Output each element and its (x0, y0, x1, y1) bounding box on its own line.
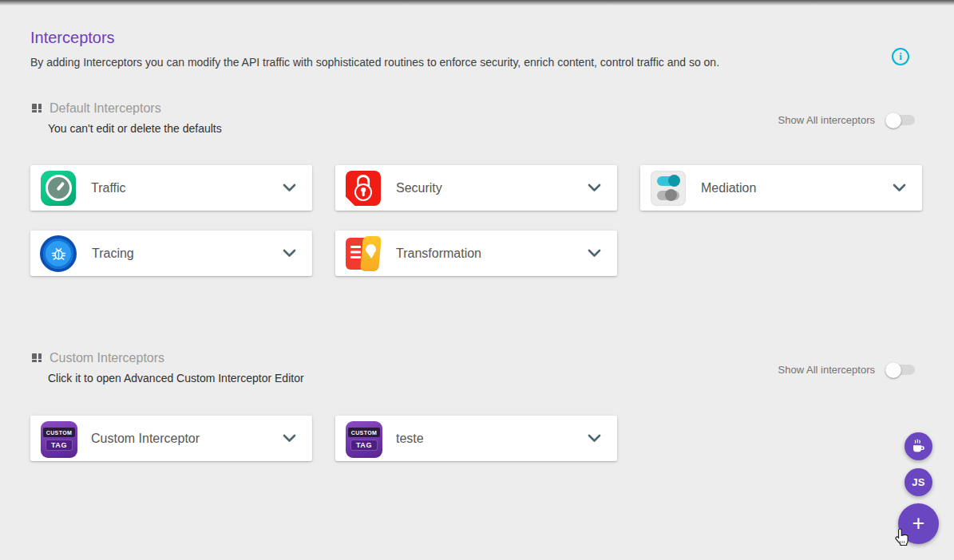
custom-section-subtitle: Click it to open Advanced Custom Interce… (48, 372, 304, 385)
add-java-interceptor-button[interactable] (905, 432, 932, 460)
gauge-icon (41, 171, 76, 206)
card-transformation-label: Transformation (396, 246, 588, 261)
custom-tag-icon: CUSTOM TAG (41, 421, 76, 456)
card-mediation[interactable]: Mediation (640, 165, 922, 211)
document-bulb-icon (346, 236, 381, 271)
custom-show-all-toggle-row: Show All interceptors (778, 364, 915, 376)
hand-cursor-icon (894, 527, 910, 552)
default-show-all-toggle-row: Show All interceptors (778, 114, 915, 126)
toggle-knob[interactable] (885, 112, 901, 128)
custom-tag-line2: TAG (46, 440, 73, 451)
custom-interceptors-section-header: Custom Interceptors (32, 351, 164, 365)
plus-icon: + (912, 511, 925, 536)
custom-show-all-toggle[interactable] (888, 365, 915, 375)
custom-toggle-label: Show All interceptors (778, 364, 875, 376)
custom-section-title: Custom Interceptors (49, 351, 164, 365)
default-show-all-toggle[interactable] (888, 115, 915, 125)
default-interceptors-section-header: Default Interceptors (32, 101, 161, 116)
bug-icon (40, 235, 77, 272)
add-interceptor-button[interactable]: + (898, 503, 939, 544)
page-description: By adding Interceptors you can modify th… (30, 56, 719, 69)
grid-icon (32, 353, 42, 364)
card-transformation[interactable]: Transformation (335, 231, 617, 276)
chevron-down-icon[interactable] (588, 249, 601, 258)
chevron-down-icon[interactable] (893, 183, 906, 192)
custom-tag-line1: CUSTOM (348, 428, 381, 437)
card-traffic-label: Traffic (91, 181, 283, 195)
info-icon-glyph: i (899, 50, 902, 63)
custom-tag-icon: CUSTOM TAG (346, 421, 381, 456)
card-custom-interceptor-label: Custom Interceptor (91, 432, 283, 446)
chevron-down-icon[interactable] (588, 434, 601, 443)
card-security[interactable]: Security (335, 165, 617, 211)
card-mediation-label: Mediation (701, 181, 893, 195)
chevron-down-icon[interactable] (283, 183, 296, 192)
chevron-down-icon[interactable] (283, 249, 296, 258)
card-tracing[interactable]: Tracing (30, 231, 312, 276)
toggle-knob[interactable] (885, 362, 901, 378)
default-toggle-label: Show All interceptors (778, 114, 875, 126)
card-traffic[interactable]: Traffic (30, 165, 312, 211)
default-section-subtitle: You can't edit or delete the defaults (48, 122, 222, 135)
card-teste[interactable]: CUSTOM TAG teste (335, 416, 617, 461)
grid-icon (32, 104, 42, 114)
card-security-label: Security (396, 181, 588, 195)
card-teste-label: teste (396, 432, 588, 446)
js-icon: JS (912, 476, 925, 488)
page-title: Interceptors (30, 29, 115, 47)
chevron-down-icon[interactable] (588, 183, 601, 192)
info-icon[interactable]: i (892, 48, 909, 65)
coffee-cup-icon (911, 439, 926, 454)
top-scroll-shadow (0, 0, 954, 6)
custom-tag-line1: CUSTOM (43, 428, 76, 437)
toggles-icon (651, 171, 686, 206)
chevron-down-icon[interactable] (283, 434, 296, 443)
padlock-icon (346, 171, 381, 206)
card-custom-interceptor[interactable]: CUSTOM TAG Custom Interceptor (30, 416, 312, 461)
card-tracing-label: Tracing (92, 246, 283, 261)
default-section-title: Default Interceptors (49, 101, 161, 116)
custom-tag-line2: TAG (350, 440, 378, 451)
add-js-interceptor-button[interactable]: JS (905, 468, 932, 496)
